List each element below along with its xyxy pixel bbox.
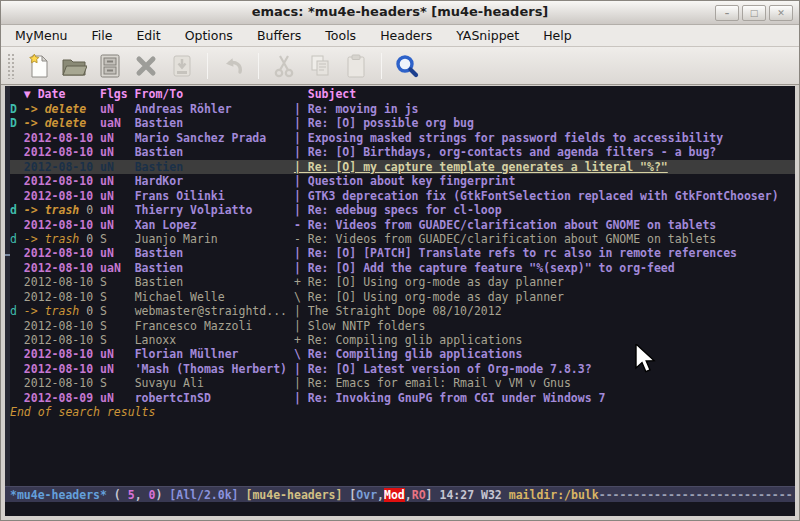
minimize-button[interactable]: – — [715, 5, 739, 21]
message-row[interactable]: 2012-08-10 S Suvayu Ali | Re: Emacs for … — [5, 376, 795, 390]
message-row[interactable]: 2012-08-10 uaN Bastien | Re: [O] Add the… — [5, 261, 795, 275]
echo-area — [5, 502, 795, 516]
modeline-segment-dashes: ---------------------------- — [599, 488, 793, 502]
toolbar-grip-handle[interactable] — [7, 53, 16, 79]
toolbar-separator — [258, 53, 259, 79]
mouse-cursor — [634, 344, 656, 374]
message-row[interactable]: 2012-08-10 uN 'Mash (Thomas Herbert) | R… — [5, 362, 795, 376]
modeline-segment-plain: ( — [107, 488, 128, 502]
modeline-segment-mode: [mu4e-headers] — [246, 488, 343, 502]
message-row[interactable]: 2012-08-10 S Lanoxx + Re: Compiling glib… — [5, 333, 795, 347]
save-drawer-icon[interactable] — [95, 51, 125, 81]
message-row[interactable]: 2012-08-10 uN HardKor | Question about k… — [5, 174, 795, 188]
modeline-segment-count: [All/2.0k] — [169, 488, 238, 502]
menu-item-headers[interactable]: Headers — [368, 26, 444, 45]
title-bar[interactable]: emacs: *mu4e-headers* [mu4e-headers] – □… — [1, 1, 799, 25]
tool-bar — [1, 47, 799, 85]
modeline-segment-plain: [ — [342, 488, 356, 502]
message-row[interactable]: 2012-08-10 S Michael Welle \ Re: [O] Usi… — [5, 290, 795, 304]
copy-icon — [305, 51, 335, 81]
save-as-icon — [167, 51, 197, 81]
message-row[interactable]: 2012-08-10 uN Bastien | Re: [O] my captu… — [5, 160, 795, 174]
close-button[interactable]: ✕ — [769, 5, 793, 21]
modeline-segment-plain — [239, 488, 246, 502]
menu-item-tools[interactable]: Tools — [313, 26, 368, 45]
undo-icon — [218, 51, 248, 81]
modeline-segment-mod: Mod — [384, 488, 405, 502]
end-of-results-text: End of search results — [5, 405, 795, 419]
current-line-fringe-mark — [5, 254, 10, 256]
modeline-segment-buffer: *mu4e-headers* — [10, 488, 107, 502]
modeline-segment-plain: ) — [155, 488, 169, 502]
modeline-segment-plain: ] — [426, 488, 440, 502]
empty-buffer-space — [5, 420, 795, 486]
message-row[interactable]: 2012-08-10 S Francesco Mazzoli | Slow NN… — [5, 319, 795, 333]
close-buffer-icon[interactable] — [131, 51, 161, 81]
menu-item-options[interactable]: Options — [173, 26, 245, 45]
menu-item-mymenu[interactable]: MyMenu — [3, 26, 80, 45]
message-row[interactable]: d -> trash 0 uN Thierry Volpiatto | Re: … — [5, 203, 795, 217]
modeline-segment-plain: 14:27 W32 — [439, 488, 508, 502]
modeline-segment-maildir: maildir:/bulk — [509, 488, 599, 502]
menu-item-edit[interactable]: Edit — [124, 26, 172, 45]
maximize-button[interactable]: □ — [742, 5, 766, 21]
message-row[interactable]: 2012-08-10 uN Florian Müllner \ Re: Comp… — [5, 347, 795, 361]
buffer-area: ▼ Date Flgs From/To Subject D -> delete … — [5, 86, 795, 516]
message-row[interactable]: 2012-08-10 uN Bastien | Re: [O] [PATCH] … — [5, 246, 795, 260]
modeline-segment-plain: , — [405, 488, 412, 502]
message-row[interactable]: 2012-08-09 uN robertcInSD | Re: Invoking… — [5, 391, 795, 405]
paste-icon — [341, 51, 371, 81]
modeline-segment-plain: , — [135, 488, 149, 502]
message-row[interactable]: 2012-08-10 S Bastien + Re: [O] Using org… — [5, 275, 795, 289]
open-folder-icon[interactable] — [59, 51, 89, 81]
emacs-window: emacs: *mu4e-headers* [mu4e-headers] – □… — [0, 0, 800, 521]
menu-item-buffers[interactable]: Buffers — [245, 26, 313, 45]
message-row[interactable]: d -> trash 0 S Juanjo Marin - Re: Videos… — [5, 232, 795, 246]
window-title: emacs: *mu4e-headers* [mu4e-headers] — [1, 4, 799, 19]
menu-item-file[interactable]: File — [80, 26, 125, 45]
message-row[interactable]: D -> delete uaN Bastien | Re: [O] possib… — [5, 116, 795, 130]
left-fringe — [5, 86, 10, 486]
modeline-segment-ro: RO — [412, 488, 426, 502]
menu-bar: MyMenuFileEditOptionsBuffersToolsHeaders… — [1, 25, 799, 47]
toolbar-separator — [207, 53, 208, 79]
message-row[interactable]: 2012-08-10 uN Xan Lopez - Re: Videos fro… — [5, 218, 795, 232]
menu-item-help[interactable]: Help — [531, 26, 584, 45]
modeline-segment-num: 5 — [128, 488, 135, 502]
message-list: D -> delete uN Andreas Röhler | Re: movi… — [5, 102, 795, 405]
message-row[interactable]: 2012-08-10 uN Frans Oilinki | GTK3 depre… — [5, 189, 795, 203]
modeline-segment-plain: , — [377, 488, 384, 502]
message-row[interactable]: D -> delete uN Andreas Röhler | Re: movi… — [5, 102, 795, 116]
message-row[interactable]: 2012-08-10 uN Bastien | Re: [O] Birthday… — [5, 145, 795, 159]
window-controls: – □ ✕ — [715, 5, 793, 21]
new-file-icon[interactable] — [23, 51, 53, 81]
mode-line: *mu4e-headers* ( 5, 0) [All/2.0k] [mu4e-… — [5, 486, 795, 502]
cut-icon — [269, 51, 299, 81]
modeline-segment-ovr: Ovr — [356, 488, 377, 502]
toolbar-separator — [381, 53, 382, 79]
message-row[interactable]: 2012-08-10 uN Mario Sanchez Prada | Expo… — [5, 131, 795, 145]
message-row[interactable]: d -> trash 0 S webmaster@straightd... | … — [5, 304, 795, 318]
header-line: ▼ Date Flgs From/To Subject — [5, 86, 795, 102]
menu-item-yasnippet[interactable]: YASnippet — [444, 26, 531, 45]
search-icon[interactable] — [392, 51, 422, 81]
